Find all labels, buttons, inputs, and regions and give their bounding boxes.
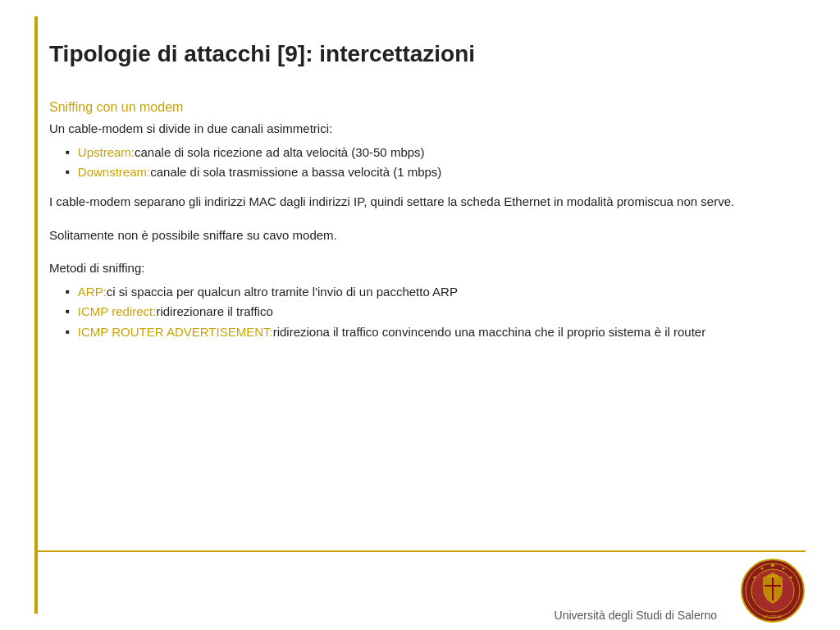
svg-point-7	[790, 577, 792, 579]
svg-point-9	[754, 577, 756, 579]
section1-heading: Sniffing con un modem	[49, 100, 799, 115]
bullet-icmp-router: ICMP ROUTER ADVERTISEMENT: ridireziona i…	[66, 323, 799, 342]
svg-point-5	[771, 564, 774, 567]
svg-point-8	[761, 568, 764, 570]
university-name: Università degli Studi di Salerno	[555, 609, 717, 622]
arp-label: ARP:	[78, 283, 107, 302]
slide-content: Tipologie di attacchi [9]: intercettazio…	[49, 25, 799, 630]
slide-title: Tipologie di attacchi [9]: intercettazio…	[49, 41, 799, 67]
section1-bullet-list: Upstream: canale di sola ricezione ad al…	[66, 144, 799, 182]
section2-bullet-list: ARP: ci si spaccia per qualcun altro tra…	[66, 283, 799, 342]
bullet-downstream: Downstream: canale di sola trasmissione …	[66, 163, 799, 182]
arp-text: ci si spaccia per qualcun altro tramite …	[107, 283, 458, 302]
university-seal: SALERNO	[740, 558, 806, 623]
section1-intro: Un cable-modem si divide in due canali a…	[49, 120, 799, 139]
left-border-decoration	[34, 16, 38, 614]
seal-svg: SALERNO	[740, 558, 806, 623]
icmp-redirect-label: ICMP redirect:	[78, 303, 157, 322]
paragraph-mac-ip: I cable-modem separano gli indirizzi MAC…	[49, 192, 799, 211]
paragraph-sniffare: Solitamente non è possibile sniffare su …	[49, 226, 799, 244]
bullet-upstream: Upstream: canale di sola ricezione ad al…	[66, 144, 799, 162]
section-sniffing-modem: Sniffing con un modem Un cable-modem si …	[49, 100, 799, 182]
footer-university: Università degli Studi di Salerno	[555, 609, 717, 622]
section-metodi-sniffing: Metodi di sniffing: ARP: ci si spaccia p…	[49, 259, 799, 341]
downstream-text: canale di sola trasmissione a bassa velo…	[150, 163, 441, 182]
svg-text:SALERNO: SALERNO	[763, 614, 783, 619]
bullet-arp: ARP: ci si spaccia per qualcun altro tra…	[66, 283, 799, 302]
downstream-label: Downstream:	[78, 163, 150, 182]
upstream-text: canale di sola ricezione ad alta velocit…	[135, 144, 425, 162]
svg-point-6	[783, 568, 785, 570]
icmp-redirect-text: ridirezionare il traffico	[156, 303, 272, 322]
bullet-icmp-redirect: ICMP redirect: ridirezionare il traffico	[66, 303, 799, 322]
slide-container: Tipologie di attacchi [9]: intercettazio…	[0, 0, 840, 630]
icmp-router-label: ICMP ROUTER ADVERTISEMENT:	[78, 323, 273, 342]
section2-heading: Metodi di sniffing:	[49, 259, 799, 278]
icmp-router-text: ridireziona il traffico convincendo una …	[273, 323, 705, 342]
upstream-label: Upstream:	[78, 144, 135, 162]
